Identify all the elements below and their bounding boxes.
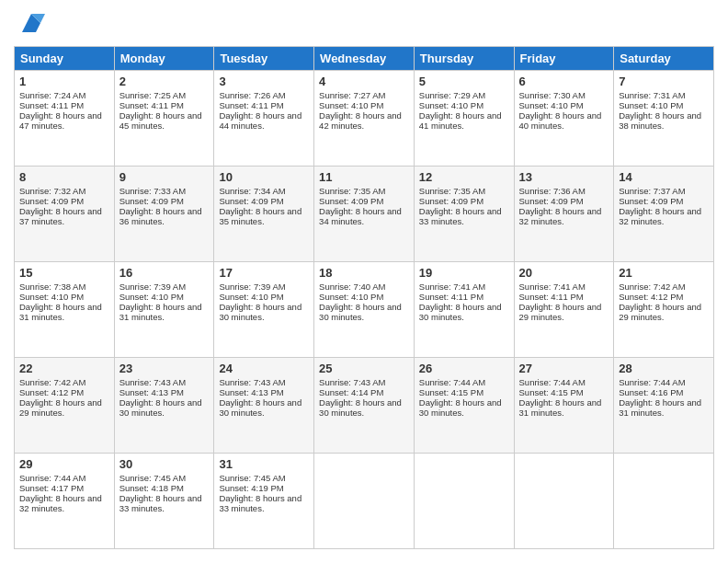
weekday-header-wednesday: Wednesday [314,47,415,71]
daylight-text: Daylight: 8 hours and 30 minutes. [219,302,309,322]
week-row-5: 29Sunrise: 7:44 AMSunset: 4:17 PMDayligh… [15,454,714,549]
daylight-text: Daylight: 8 hours and 30 minutes. [119,397,210,418]
sunset-text: Sunset: 4:11 PM [419,292,509,302]
weekday-header-tuesday: Tuesday [214,47,314,71]
header [14,14,714,37]
sunrise-text: Sunrise: 7:44 AM [419,377,509,387]
calendar-cell [314,454,415,549]
sunset-text: Sunset: 4:12 PM [619,292,709,302]
daylight-text: Daylight: 8 hours and 31 minutes. [119,302,210,322]
sunset-text: Sunset: 4:09 PM [19,196,109,206]
logo-icon [17,9,45,37]
calendar-cell: 7Sunrise: 7:31 AMSunset: 4:10 PMDaylight… [614,71,714,167]
calendar-cell: 10Sunrise: 7:34 AMSunset: 4:09 PMDayligh… [214,167,314,262]
daylight-text: Daylight: 8 hours and 33 minutes. [119,493,210,513]
sunrise-text: Sunrise: 7:41 AM [419,282,509,292]
calendar-cell [514,454,614,549]
sunrise-text: Sunrise: 7:45 AM [119,473,210,483]
day-number: 20 [519,266,609,280]
day-number: 8 [19,170,109,184]
sunrise-text: Sunrise: 7:42 AM [19,377,109,387]
sunrise-text: Sunrise: 7:42 AM [619,282,709,292]
daylight-text: Daylight: 8 hours and 33 minutes. [219,493,309,513]
calendar-cell: 24Sunrise: 7:43 AMSunset: 4:13 PMDayligh… [214,358,314,454]
weekday-header-friday: Friday [514,47,614,71]
calendar-cell: 5Sunrise: 7:29 AMSunset: 4:10 PMDaylight… [414,71,514,167]
calendar-cell: 17Sunrise: 7:39 AMSunset: 4:10 PMDayligh… [214,262,314,358]
sunset-text: Sunset: 4:11 PM [119,100,210,110]
sunrise-text: Sunrise: 7:31 AM [619,90,709,100]
week-row-2: 8Sunrise: 7:32 AMSunset: 4:09 PMDaylight… [15,167,714,262]
daylight-text: Daylight: 8 hours and 29 minutes. [519,302,609,322]
daylight-text: Daylight: 8 hours and 36 minutes. [119,206,210,226]
day-number: 17 [219,266,309,280]
weekday-header-sunday: Sunday [15,47,115,71]
sunset-text: Sunset: 4:13 PM [219,387,309,397]
sunset-text: Sunset: 4:09 PM [119,196,210,206]
calendar-cell: 1Sunrise: 7:24 AMSunset: 4:11 PMDaylight… [15,71,115,167]
daylight-text: Daylight: 8 hours and 41 minutes. [419,110,509,131]
sunset-text: Sunset: 4:10 PM [319,292,409,302]
day-number: 27 [519,362,609,375]
sunset-text: Sunset: 4:09 PM [619,196,709,206]
day-number: 16 [119,266,210,280]
sunset-text: Sunset: 4:17 PM [19,483,109,493]
sunset-text: Sunset: 4:10 PM [119,292,210,302]
daylight-text: Daylight: 8 hours and 30 minutes. [319,302,409,322]
day-number: 18 [319,266,409,280]
daylight-text: Daylight: 8 hours and 31 minutes. [19,302,109,322]
daylight-text: Daylight: 8 hours and 32 minutes. [19,493,109,513]
calendar-cell: 21Sunrise: 7:42 AMSunset: 4:12 PMDayligh… [614,262,714,358]
day-number: 3 [219,75,309,88]
sunrise-text: Sunrise: 7:44 AM [519,377,609,387]
week-row-3: 15Sunrise: 7:38 AMSunset: 4:10 PMDayligh… [15,262,714,358]
day-number: 14 [619,170,709,184]
daylight-text: Daylight: 8 hours and 32 minutes. [519,206,609,226]
sunset-text: Sunset: 4:09 PM [319,196,409,206]
daylight-text: Daylight: 8 hours and 33 minutes. [419,206,509,226]
sunset-text: Sunset: 4:19 PM [219,483,309,493]
daylight-text: Daylight: 8 hours and 31 minutes. [519,397,609,418]
day-number: 15 [19,266,109,280]
sunrise-text: Sunrise: 7:37 AM [619,186,709,196]
sunrise-text: Sunrise: 7:40 AM [319,282,409,292]
sunrise-text: Sunrise: 7:41 AM [519,282,609,292]
day-number: 31 [219,457,309,471]
day-number: 1 [19,75,109,88]
weekday-header-saturday: Saturday [614,47,714,71]
sunrise-text: Sunrise: 7:43 AM [219,377,309,387]
sunrise-text: Sunrise: 7:29 AM [419,90,509,100]
calendar-cell [614,454,714,549]
day-number: 23 [119,362,210,375]
day-number: 4 [319,75,409,88]
day-number: 5 [419,75,509,88]
daylight-text: Daylight: 8 hours and 31 minutes. [619,397,709,418]
calendar-cell: 23Sunrise: 7:43 AMSunset: 4:13 PMDayligh… [114,358,214,454]
daylight-text: Daylight: 8 hours and 30 minutes. [419,397,509,418]
sunrise-text: Sunrise: 7:44 AM [19,473,109,483]
calendar-cell: 28Sunrise: 7:44 AMSunset: 4:16 PMDayligh… [614,358,714,454]
calendar-cell: 13Sunrise: 7:36 AMSunset: 4:09 PMDayligh… [514,167,614,262]
sunset-text: Sunset: 4:09 PM [219,196,309,206]
daylight-text: Daylight: 8 hours and 34 minutes. [319,206,409,226]
week-row-1: 1Sunrise: 7:24 AMSunset: 4:11 PMDaylight… [15,71,714,167]
daylight-text: Daylight: 8 hours and 38 minutes. [619,110,709,131]
day-number: 24 [219,362,309,375]
calendar-cell: 11Sunrise: 7:35 AMSunset: 4:09 PMDayligh… [314,167,415,262]
calendar-cell: 8Sunrise: 7:32 AMSunset: 4:09 PMDaylight… [15,167,115,262]
calendar-cell: 26Sunrise: 7:44 AMSunset: 4:15 PMDayligh… [414,358,514,454]
sunrise-text: Sunrise: 7:43 AM [119,377,210,387]
calendar-cell: 27Sunrise: 7:44 AMSunset: 4:15 PMDayligh… [514,358,614,454]
day-number: 30 [119,457,210,471]
sunrise-text: Sunrise: 7:44 AM [619,377,709,387]
sunset-text: Sunset: 4:13 PM [119,387,210,397]
sunset-text: Sunset: 4:11 PM [19,100,109,110]
sunset-text: Sunset: 4:10 PM [219,292,309,302]
sunrise-text: Sunrise: 7:35 AM [319,186,409,196]
weekday-header-monday: Monday [114,47,214,71]
calendar-cell: 31Sunrise: 7:45 AMSunset: 4:19 PMDayligh… [214,454,314,549]
calendar-cell: 9Sunrise: 7:33 AMSunset: 4:09 PMDaylight… [114,167,214,262]
calendar-cell: 16Sunrise: 7:39 AMSunset: 4:10 PMDayligh… [114,262,214,358]
daylight-text: Daylight: 8 hours and 29 minutes. [19,397,109,418]
day-number: 13 [519,170,609,184]
